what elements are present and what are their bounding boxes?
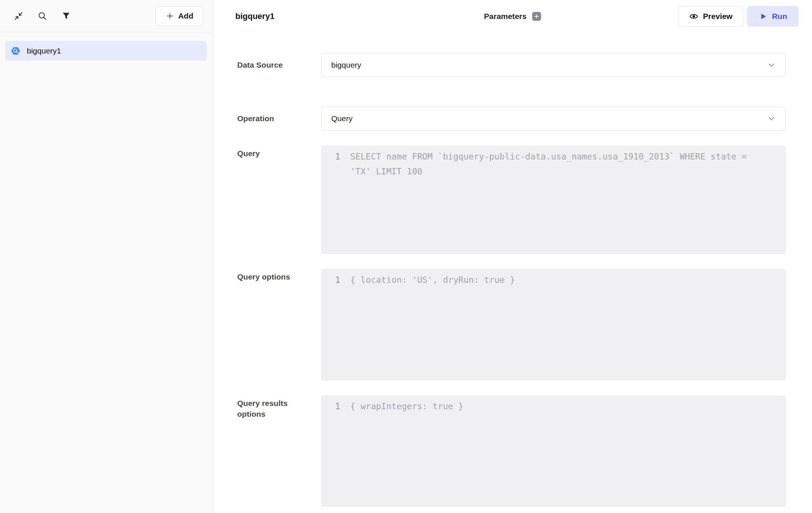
collapse-icon[interactable] xyxy=(13,11,24,21)
header-actions: Preview Run xyxy=(678,6,799,27)
data-source-value: bigquery xyxy=(331,61,767,70)
add-button-label: Add xyxy=(178,12,193,20)
query-form: Data Source bigquery Operation Query xyxy=(213,32,812,513)
operation-value: Query xyxy=(331,114,767,123)
line-number: 1 xyxy=(322,149,340,254)
operation-label: Operation xyxy=(237,113,321,124)
field-data-source: Data Source bigquery xyxy=(237,53,786,77)
query-options-placeholder: { location: 'US', dryRun: true } xyxy=(350,272,764,380)
sidebar-toolbar: Add xyxy=(0,0,213,32)
data-source-label: Data Source xyxy=(237,59,321,70)
eye-icon xyxy=(689,12,699,21)
query-results-options-label: Query results options xyxy=(237,396,321,507)
parameters-label: Parameters xyxy=(484,12,526,21)
line-number: 1 xyxy=(322,399,340,506)
filter-icon[interactable] xyxy=(61,11,71,21)
sidebar-item-label: bigquery1 xyxy=(27,46,61,55)
parameters-group: Parameters xyxy=(484,12,541,21)
search-icon[interactable] xyxy=(37,11,48,21)
query-results-options-placeholder: { wrapIntegers: true } xyxy=(350,399,764,506)
run-button-label: Run xyxy=(772,12,787,21)
bigquery-icon xyxy=(10,46,21,56)
field-query-options: Query options 1 { location: 'US', dryRun… xyxy=(237,269,786,380)
field-operation: Operation Query xyxy=(237,107,786,130)
sidebar-item-bigquery1[interactable]: bigquery1 xyxy=(5,41,207,61)
page-title: bigquery1 xyxy=(235,12,274,21)
chevron-down-icon xyxy=(767,60,776,70)
run-button[interactable]: Run xyxy=(747,6,799,27)
main-panel: bigquery1 Parameters Preview xyxy=(213,0,812,513)
main-header: bigquery1 Parameters Preview xyxy=(213,0,812,32)
preview-button[interactable]: Preview xyxy=(678,6,743,27)
preview-button-label: Preview xyxy=(703,12,732,21)
query-options-label: Query options xyxy=(237,269,321,380)
sidebar: Add bigquery1 xyxy=(0,0,213,513)
field-query: Query 1 SELECT name FROM `bigquery-publi… xyxy=(237,146,786,254)
line-number: 1 xyxy=(322,272,340,380)
add-parameter-button[interactable] xyxy=(532,12,541,21)
query-list: bigquery1 xyxy=(0,32,213,61)
query-options-editor[interactable]: 1 { location: 'US', dryRun: true } xyxy=(321,269,786,380)
data-source-select[interactable]: bigquery xyxy=(321,53,786,77)
operation-select[interactable]: Query xyxy=(321,107,786,130)
query-editor-placeholder: SELECT name FROM `bigquery-public-data.u… xyxy=(350,149,764,254)
add-button[interactable]: Add xyxy=(155,6,203,26)
query-results-options-editor[interactable]: 1 { wrapIntegers: true } xyxy=(321,396,786,507)
plus-icon xyxy=(165,12,174,20)
query-label: Query xyxy=(237,146,321,254)
query-editor[interactable]: 1 SELECT name FROM `bigquery-public-data… xyxy=(321,146,786,254)
chevron-down-icon xyxy=(767,114,776,123)
field-query-results-options: Query results options 1 { wrapIntegers: … xyxy=(237,396,786,507)
play-icon xyxy=(758,12,767,21)
